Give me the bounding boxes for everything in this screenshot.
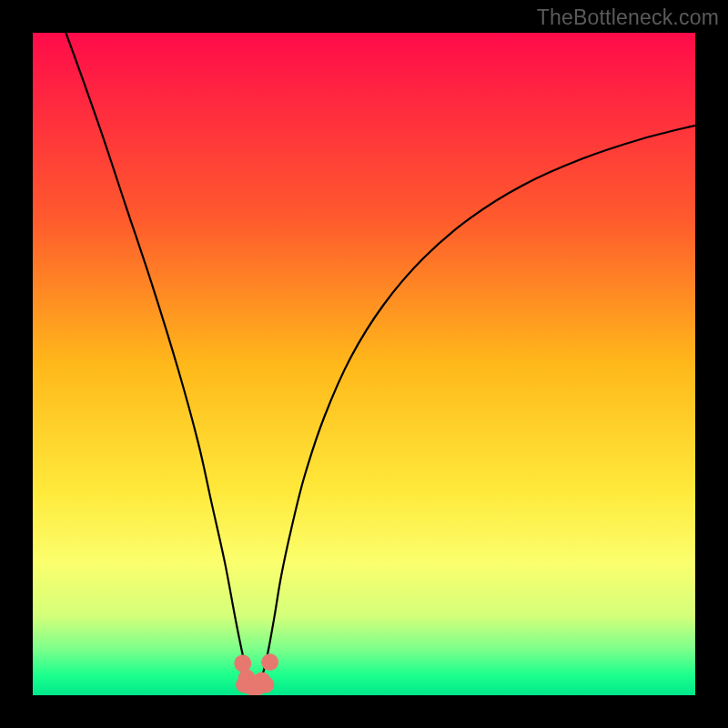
marker-dot (253, 672, 270, 690)
plot-area (33, 33, 695, 695)
chart-svg (33, 33, 695, 695)
gradient-bg (33, 33, 695, 695)
watermark-text: TheBottleneck.com (537, 5, 719, 30)
marker-dot (234, 655, 251, 672)
chart-frame: TheBottleneck.com (0, 0, 728, 728)
marker-dot (261, 653, 278, 671)
